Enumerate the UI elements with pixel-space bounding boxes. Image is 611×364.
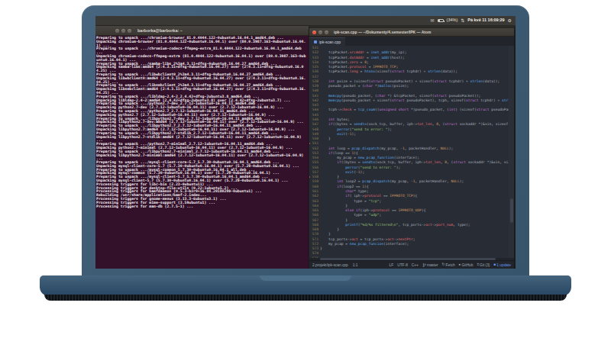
status-item-master[interactable]: master — [422, 263, 438, 267]
atom-minimize-button[interactable] — [318, 31, 322, 34]
code-line: memcpy(pseudo_packet + sizeof(struct pse… — [320, 98, 514, 103]
git-branch-icon — [422, 263, 426, 267]
atom-titlebar[interactable]: ipk-scan.cpp — ~/Dokumenty/4.semester/IP… — [309, 28, 514, 37]
terminal-minimize-button[interactable] — [121, 29, 125, 33]
file-type-icon — [314, 40, 317, 43]
code-line: tcph->check = tcp_csum((unsigned short *… — [320, 108, 514, 112]
status-file-path[interactable]: 2.projekt/ipk-scan.cpp — [312, 263, 348, 267]
status-glyph-icon: ■ — [493, 263, 496, 267]
code-lines: tcpPacket.srcAddr = inet_addr(my_ip); tc… — [320, 46, 514, 258]
laptop-lid-notch — [260, 275, 351, 281]
status-item-1-update[interactable]: ■1 update — [493, 263, 511, 267]
terminal-output[interactable]: Preparing to unpack .../chromium-browser… — [95, 36, 309, 269]
status-item-fetch[interactable]: ↻Fetch — [442, 263, 455, 267]
code-editor-area[interactable]: 5315325335345355365375385395405415425435… — [309, 46, 514, 258]
status-item-c-[interactable]: C++ — [412, 263, 419, 267]
atom-close-button[interactable] — [312, 31, 316, 34]
status-glyph-icon: ↻ — [442, 263, 445, 267]
terminal-maximize-button[interactable] — [128, 29, 131, 33]
status-item-github[interactable]: ●GitHub — [459, 263, 474, 267]
status-glyph-icon: ● — [459, 263, 461, 267]
tab-ipk-scan[interactable]: ipk-scan.cpp — [309, 37, 345, 46]
terminal-window: barborka@barborka: ~ Preparing to unpack… — [95, 26, 309, 269]
laptop-screen: ✉ (34%) ⇅ Pá kvě 11 16:09:29 ⚙ barborka@… — [95, 16, 516, 269]
status-cursor-position[interactable]: 1:1 — [353, 263, 358, 267]
atom-maximize-button[interactable] — [325, 31, 328, 34]
horizontal-scrollbar-thumb[interactable] — [320, 258, 496, 260]
terminal-line: Processing triggers for man-db (2.7.5-1)… — [96, 205, 308, 209]
status-item-utf-8[interactable]: UTF-8 — [397, 263, 408, 267]
clock-indicator[interactable]: Pá kvě 11 16:09:29 — [467, 18, 504, 23]
terminal-title: barborka@barborka: ~ — [137, 28, 183, 33]
desktop-top-panel: ✉ (34%) ⇅ Pá kvě 11 16:09:29 ⚙ — [95, 16, 516, 26]
line-number-gutter: 5315325335345355365375385395405415425435… — [309, 46, 320, 258]
status-item-git-3-[interactable]: ±Git (3) — [477, 263, 490, 267]
laptop-bottom-rim — [44, 295, 567, 301]
vertical-scrollbar[interactable] — [509, 46, 514, 258]
terminal-close-button[interactable] — [115, 29, 119, 33]
session-gear-icon[interactable]: ⚙ — [508, 18, 512, 23]
tab-label: ipk-scan.cpp — [319, 40, 341, 44]
atom-tab-bar: ipk-scan.cpp — [309, 37, 514, 46]
atom-window-title: ipk-scan.cpp — ~/Dokumenty/4.semester/IP… — [334, 30, 432, 34]
terminal-titlebar[interactable]: barborka@barborka: ~ — [95, 26, 309, 36]
battery-icon[interactable] — [438, 19, 444, 22]
message-indicator-icon[interactable]: ✉ — [431, 18, 435, 23]
status-item-lf[interactable]: LF — [390, 263, 394, 267]
laptop-mockup-page: ✉ (34%) ⇅ Pá kvě 11 16:09:29 ⚙ barborka@… — [0, 0, 611, 364]
network-icon[interactable]: ⇅ — [461, 18, 464, 23]
vertical-scrollbar-thumb[interactable] — [510, 198, 513, 223]
atom-status-bar: 2.projekt/ipk-scan.cpp 1:1 LFUTF-8C++mas… — [309, 260, 514, 269]
battery-percentage: (34%) — [447, 18, 458, 23]
atom-editor-window: ipk-scan.cpp — ~/Dokumenty/4.semester/IP… — [309, 28, 514, 269]
horizontal-scrollbar[interactable] — [309, 258, 514, 260]
status-glyph-icon: ± — [477, 263, 479, 267]
